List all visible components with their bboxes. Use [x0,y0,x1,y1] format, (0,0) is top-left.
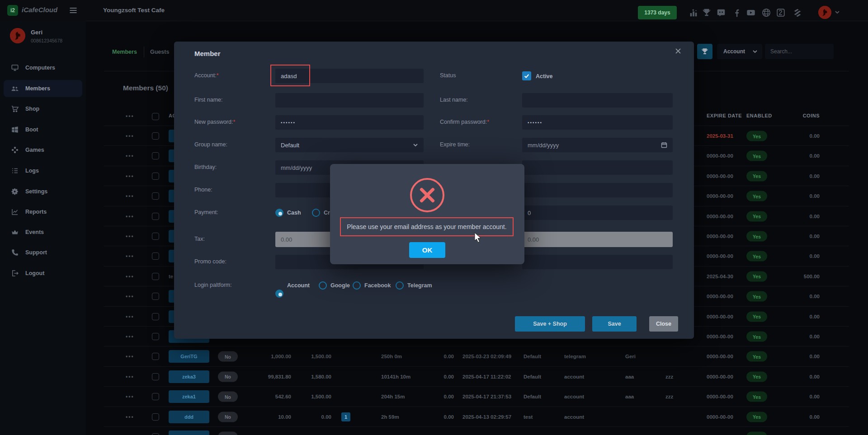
coins-cell: 500.00 [782,274,820,279]
row-checkbox[interactable] [152,313,159,320]
row-checkbox[interactable] [152,333,159,340]
account-button[interactable]: t2 [169,430,209,435]
row-actions-button[interactable]: ••• [126,393,134,400]
globe-icon[interactable] [761,8,771,18]
sidebar-item-games[interactable]: Games [4,141,82,159]
discord-icon[interactable] [716,8,726,18]
row-actions-button[interactable]: ••• [126,293,134,299]
confirm-password-input[interactable]: •••••• [522,115,673,130]
ok-button[interactable]: OK [409,242,445,258]
sidebar-item-settings[interactable]: Settings [4,183,82,200]
sidebar-item-label: Members [25,85,50,92]
expire-time-input[interactable]: mm/dd/yyyy [522,138,673,152]
phone-row-right-input[interactable] [522,183,673,197]
column-header-coins[interactable]: COINS [782,113,820,118]
trophy-button[interactable] [697,44,712,59]
trophy-icon[interactable] [702,8,712,18]
radio-account[interactable] [275,290,283,298]
row-checkbox[interactable] [152,413,159,421]
sidebar-item-events[interactable]: Events [4,224,82,241]
row-actions-button[interactable]: ••• [126,253,134,259]
row-checkbox[interactable] [152,173,159,180]
row-checkbox[interactable] [152,233,159,240]
row-checkbox[interactable] [152,433,159,435]
status-checkbox[interactable] [522,71,531,80]
column-header-expire-date[interactable]: EXPIRE DATE [707,113,742,118]
icafecloud-icon[interactable] [776,8,786,18]
row-actions-button[interactable]: ••• [126,213,134,220]
points-input[interactable]: 0 [522,206,673,220]
row-actions-button[interactable]: ••• [126,333,134,340]
row-checkbox[interactable] [152,253,159,260]
facebook-icon[interactable] [732,8,742,18]
column-header-enabled[interactable]: ENABLED [746,113,772,118]
row-actions-button[interactable]: ••• [126,414,134,420]
close-button[interactable]: Close [649,316,678,332]
sidebar-item-label: Computers [25,65,55,71]
sidebar-item-logs[interactable]: Logs [4,162,82,179]
account-button[interactable]: ddd [169,411,209,423]
birthday-row-right-input[interactable] [522,160,673,175]
sidebar-avatar[interactable] [10,28,25,43]
sidebar-item-reports[interactable]: Reports [4,203,82,220]
new-password-input[interactable]: •••••• [275,115,424,130]
radio-telegram[interactable] [396,281,404,290]
search-input[interactable] [765,44,834,59]
tab-guests[interactable]: Guests [150,45,169,59]
row-checkbox[interactable] [152,192,159,200]
row-actions-button[interactable]: ••• [126,313,134,320]
save-button[interactable]: Save [592,316,637,332]
row-checkbox[interactable] [152,353,159,360]
row-actions-button[interactable]: ••• [126,133,134,139]
sidebar-item-boot[interactable]: Boot [4,121,82,138]
row-checkbox[interactable] [152,132,159,140]
user-avatar[interactable] [818,6,831,19]
row-checkbox[interactable] [152,152,159,159]
last-name-input[interactable] [522,93,673,108]
swap-icon[interactable] [793,8,802,18]
row-checkbox[interactable] [152,213,159,220]
row-actions-button[interactable]: ••• [126,353,134,360]
tab-members[interactable]: Members [112,45,137,59]
row-actions-button[interactable]: ••• [126,233,134,239]
subscription-days-button[interactable]: 1373 days [638,6,677,19]
row-checkbox[interactable] [152,393,159,400]
row-actions-button[interactable]: ••• [126,173,134,179]
time-left-cell: 204h 15m [381,394,405,399]
enabled-pill: Yes [746,131,767,141]
crown-icon [11,228,19,236]
promo-row-right-input[interactable] [522,255,673,269]
sidebar-item-members[interactable]: Members [4,80,82,97]
select-all-checkbox[interactable] [152,113,159,120]
sidebar-item-computers[interactable]: Computers [4,59,82,76]
radio-credit[interactable] [312,209,320,217]
account-button[interactable]: zeka3 [169,370,209,383]
account-button[interactable]: zeka1 [169,390,209,403]
row-checkbox[interactable] [152,273,159,280]
row-actions-button[interactable]: ••• [126,374,134,380]
group-name-select[interactable]: Default [275,138,424,152]
calendar-icon[interactable] [661,142,667,148]
alert-dialog: Please use your email address as your me… [330,164,524,264]
sidebar-item-shop[interactable]: Shop [4,100,82,117]
radio-label-telegram: Telegram [407,282,432,289]
hamburger-icon[interactable] [69,6,78,15]
radio-cash[interactable] [275,209,283,217]
row-actions-button[interactable]: ••• [126,273,134,280]
row-checkbox[interactable] [152,373,159,380]
sidebar-item-support[interactable]: Support [4,244,82,261]
radio-google[interactable] [319,281,327,290]
first-name-input[interactable] [275,93,424,108]
stats-icon[interactable] [689,8,698,18]
close-icon[interactable] [675,48,681,54]
row-actions-button[interactable]: ••• [126,153,134,159]
radio-facebook[interactable] [353,281,361,290]
account-button[interactable]: GeriTG [169,350,209,363]
youtube-icon[interactable] [746,8,756,18]
sidebar-item-logout[interactable]: Logout [4,265,82,282]
row-actions-button[interactable]: ••• [126,193,134,199]
chevron-down-icon[interactable] [835,9,840,15]
search-field-select[interactable]: Account [717,44,762,59]
row-checkbox[interactable] [152,293,159,300]
save-shop-button[interactable]: Save + Shop [515,316,585,332]
